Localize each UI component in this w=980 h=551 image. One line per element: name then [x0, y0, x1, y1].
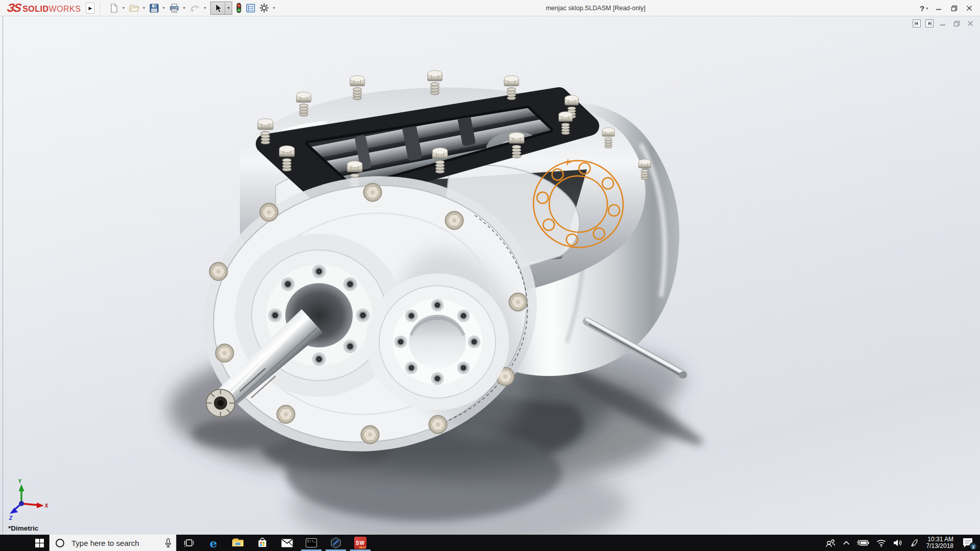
options-dropdown-caret[interactable]: ▼ — [272, 6, 276, 10]
edge-icon: e — [210, 537, 217, 549]
minimize-icon — [936, 5, 942, 11]
options-button[interactable] — [258, 1, 271, 15]
notification-count-badge: 2 — [969, 542, 977, 550]
document-title: menjac sklop.SLDASM [Read-only] — [546, 0, 645, 16]
open-dropdown-caret[interactable]: ▼ — [142, 6, 145, 10]
axis-y-label: Y — [18, 478, 22, 484]
restore-button[interactable] — [946, 1, 962, 16]
battery-button[interactable] — [853, 535, 873, 551]
rebuild-traffic-light-icon — [235, 3, 242, 14]
taskbar-search[interactable] — [49, 535, 177, 551]
select-cursor-icon[interactable] — [211, 2, 225, 14]
solidworks-taskbar-button[interactable]: SW 2017 — [348, 535, 373, 551]
task-view-icon — [184, 538, 194, 547]
new-document-button[interactable] — [108, 1, 120, 15]
windows-logo-icon — [35, 539, 44, 547]
output-hub[interactable] — [366, 273, 509, 410]
new-document-icon — [109, 3, 119, 13]
start-button[interactable] — [0, 535, 49, 551]
gearbox-model[interactable] — [0, 16, 980, 535]
hidden-icons-button[interactable] — [839, 535, 853, 551]
print-icon — [169, 3, 180, 13]
select-dropdown-caret[interactable]: ▼ — [225, 2, 232, 14]
search-input[interactable] — [70, 538, 164, 548]
mail-button[interactable] — [275, 535, 299, 551]
command-prompt-button[interactable]: C:\_ — [299, 535, 324, 551]
display-settings-button[interactable] — [244, 1, 257, 15]
people-icon — [825, 539, 836, 547]
solidworks-app-icon: SW 2017 — [354, 537, 366, 549]
windows-taskbar: e C:\_ — [0, 535, 980, 551]
save-icon — [149, 3, 159, 13]
microphone-icon[interactable] — [164, 538, 172, 548]
print-dropdown-caret[interactable]: ▼ — [182, 6, 186, 10]
undo-dropdown-caret[interactable]: ▼ — [203, 6, 207, 10]
save-dropdown-caret[interactable]: ▼ — [162, 6, 165, 10]
file-explorer-button[interactable] — [226, 535, 250, 551]
solidworks-logo-works: WORKS — [49, 5, 81, 14]
close-button[interactable] — [962, 1, 977, 16]
rebuild-button[interactable] — [234, 1, 243, 15]
solidworks-logo-solid: SOLID — [22, 5, 48, 14]
solidworks-logo-mark: ЗS — [6, 1, 21, 15]
people-button[interactable] — [822, 535, 839, 551]
taskbar-empty-space — [373, 535, 822, 551]
command-prompt-icon: C:\_ — [306, 538, 317, 547]
orientation-triad: Y X Z — [6, 477, 50, 522]
graphics-viewport[interactable]: Y X Z *Dimetric — [0, 16, 980, 535]
chevron-up-icon — [843, 541, 850, 545]
quick-access-toolbar: ▼ ▼ ▼ — [107, 1, 278, 15]
view-orientation-label: *Dimetric — [8, 524, 38, 532]
title-bar: ЗS SOLID WORKS ▶ ▼ ▼ — [0, 0, 980, 16]
volume-button[interactable] — [890, 535, 906, 551]
solidworks-logo: ЗS SOLID WORKS — [0, 1, 85, 15]
window-controls: ? ▼ — [913, 0, 977, 16]
display-list-icon — [246, 3, 256, 13]
action-center-button[interactable]: 2 — [958, 535, 978, 551]
mail-icon — [281, 539, 293, 547]
print-button[interactable] — [168, 1, 181, 15]
hexagon-app-icon — [330, 537, 342, 549]
toolbar-separator — [100, 2, 100, 14]
pen-button[interactable] — [906, 535, 922, 551]
select-tool[interactable]: ▼ — [210, 2, 232, 15]
sw-icon-letters: SW — [356, 540, 365, 546]
help-button[interactable]: ? — [913, 1, 924, 16]
new-dropdown-caret[interactable]: ▼ — [121, 6, 125, 10]
help-dropdown-caret[interactable]: ▼ — [925, 7, 929, 10]
open-folder-icon — [129, 3, 139, 13]
system-tray: 10:31 AM 7/13/2018 2 — [822, 535, 980, 551]
minimize-button[interactable] — [931, 1, 946, 16]
close-icon — [966, 5, 972, 11]
battery-charging-icon — [857, 539, 869, 546]
pen-icon — [910, 539, 919, 547]
taskbar-clock[interactable]: 10:31 AM 7/13/2018 — [922, 536, 958, 549]
options-gear-icon — [259, 3, 270, 13]
sw-icon-year: 2017 — [359, 546, 366, 549]
edge-button[interactable]: e — [201, 535, 226, 551]
cortana-icon — [56, 539, 64, 547]
speaker-icon — [893, 539, 903, 547]
undo-icon — [189, 3, 201, 13]
clock-date: 7/13/2018 — [926, 543, 953, 549]
restore-icon — [951, 5, 958, 12]
file-explorer-icon — [232, 538, 244, 548]
undo-button[interactable] — [188, 1, 202, 15]
hexagon-app-button[interactable] — [324, 535, 348, 551]
menu-flyout-button[interactable]: ▶ — [86, 3, 94, 14]
wifi-button[interactable] — [873, 535, 890, 551]
save-button[interactable] — [148, 1, 160, 15]
wifi-icon — [876, 539, 886, 547]
axis-z-label: Z — [9, 515, 13, 521]
axis-x-label: X — [45, 503, 48, 509]
open-button[interactable] — [128, 1, 140, 15]
task-view-button[interactable] — [177, 535, 201, 551]
store-icon — [257, 537, 268, 548]
store-button[interactable] — [250, 535, 275, 551]
